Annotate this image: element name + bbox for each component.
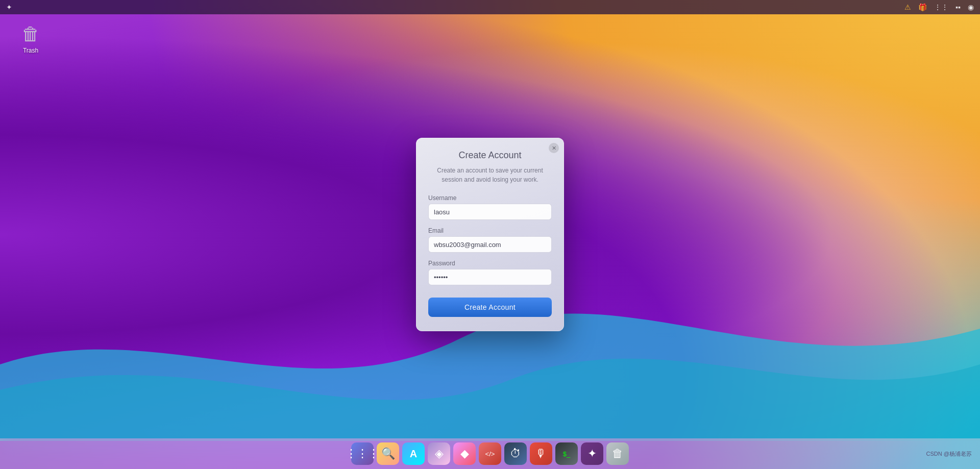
dialog-overlay: ✕ Create Account Create an account to sa… bbox=[0, 0, 980, 469]
email-group: Email bbox=[428, 227, 552, 253]
create-account-button[interactable]: Create Account bbox=[428, 298, 552, 317]
dialog-subtitle: Create an account to save your current s… bbox=[428, 166, 552, 184]
username-label: Username bbox=[428, 194, 552, 202]
password-group: Password bbox=[428, 260, 552, 285]
create-account-dialog: ✕ Create Account Create an account to sa… bbox=[416, 138, 564, 331]
dialog-title: Create Account bbox=[428, 150, 552, 161]
email-input[interactable] bbox=[428, 236, 552, 253]
dialog-close-button[interactable]: ✕ bbox=[549, 143, 559, 153]
desktop: ✦ ⚠ 🎁 ⋮⋮ ▪▪ ◉ 🗑 Trash ✕ Create Account C… bbox=[0, 0, 980, 469]
username-group: Username bbox=[428, 194, 552, 220]
password-input[interactable] bbox=[428, 269, 552, 285]
password-label: Password bbox=[428, 260, 552, 267]
email-label: Email bbox=[428, 227, 552, 234]
username-input[interactable] bbox=[428, 204, 552, 220]
